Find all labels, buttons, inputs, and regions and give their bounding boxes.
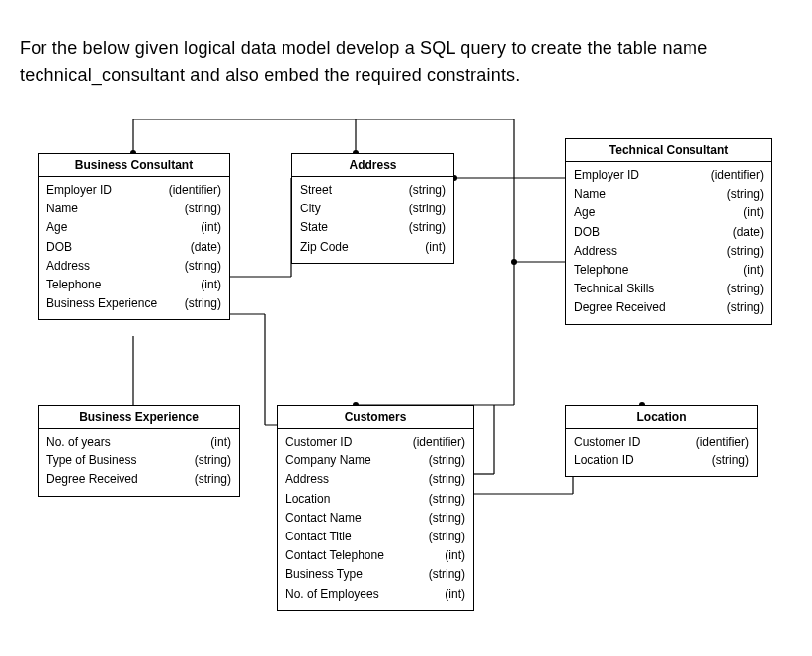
attr-name: Customer ID	[285, 433, 352, 451]
attr-type: (string)	[195, 451, 231, 470]
attr-row: State(string)	[300, 218, 446, 237]
attr-name: Zip Code	[300, 238, 349, 257]
attr-row: Company Name(string)	[285, 451, 465, 470]
attr-type: (identifier)	[696, 433, 749, 451]
svg-point-24	[511, 259, 517, 265]
attr-row: DOB(date)	[46, 238, 221, 257]
attr-name: Telephone	[574, 261, 628, 280]
attr-name: Age	[46, 218, 67, 237]
entity-attrs: No. of years(int) Type of Business(strin…	[39, 429, 239, 496]
attr-row: Contact Title(string)	[285, 528, 465, 546]
attr-row: Employer ID(identifier)	[574, 166, 764, 185]
attr-row: Contact Name(string)	[285, 509, 465, 528]
attr-name: Location ID	[574, 451, 634, 470]
attr-type: (string)	[429, 470, 465, 489]
entity-title: Technical Consultant	[566, 139, 771, 162]
attr-name: Contact Title	[285, 528, 352, 546]
attr-name: No. of years	[46, 433, 111, 451]
attr-row: No. of Employees(int)	[285, 585, 465, 604]
attr-row: Zip Code(int)	[300, 238, 446, 257]
attr-row: Employer ID(identifier)	[46, 181, 221, 200]
attr-name: Employer ID	[574, 166, 639, 185]
entity-customers: Customers Customer ID(identifier) Compan…	[277, 405, 474, 611]
entity-location: Location Customer ID(identifier) Locatio…	[565, 405, 758, 477]
attr-type: (int)	[743, 261, 764, 280]
attr-row: Address(string)	[46, 257, 221, 276]
entity-attrs: Employer ID(identifier) Name(string) Age…	[39, 177, 229, 319]
attr-row: Degree Received(string)	[574, 298, 764, 317]
question-prompt: For the below given logical data model d…	[20, 36, 792, 89]
attr-row: Customer ID(identifier)	[285, 433, 465, 451]
attr-name: City	[300, 200, 321, 218]
entity-title: Business Consultant	[39, 154, 229, 177]
attr-row: Address(string)	[285, 470, 465, 489]
attr-type: (string)	[727, 280, 764, 298]
attr-type: (string)	[409, 200, 446, 218]
attr-row: Telephone(int)	[46, 276, 221, 294]
entity-attrs: Employer ID(identifier) Name(string) Age…	[566, 162, 771, 324]
attr-type: (date)	[191, 238, 221, 257]
attr-type: (int)	[743, 204, 764, 222]
attr-type: (date)	[733, 223, 764, 242]
attr-row: Street(string)	[300, 181, 446, 200]
attr-row: Degree Received(string)	[46, 470, 231, 489]
attr-name: Business Experience	[46, 294, 157, 313]
attr-type: (string)	[409, 218, 446, 237]
attr-name: Name	[46, 200, 78, 218]
attr-row: City(string)	[300, 200, 446, 218]
attr-row: Business Type(string)	[285, 565, 465, 584]
attr-row: Type of Business(string)	[46, 451, 231, 470]
attr-name: Telephone	[46, 276, 101, 294]
attr-name: Street	[300, 181, 332, 200]
attr-type: (int)	[210, 433, 231, 451]
attr-row: Technical Skills(string)	[574, 280, 764, 298]
entity-attrs: Customer ID(identifier) Location ID(stri…	[566, 429, 757, 476]
attr-row: Address(string)	[574, 242, 764, 261]
attr-name: Customer ID	[574, 433, 640, 451]
attr-type: (identifier)	[169, 181, 221, 200]
entity-title: Customers	[278, 406, 473, 429]
attr-name: Address	[574, 242, 617, 261]
attr-type: (string)	[409, 181, 446, 200]
entity-business-experience: Business Experience No. of years(int) Ty…	[38, 405, 240, 497]
entity-attrs: Street(string) City(string) State(string…	[292, 177, 453, 263]
attr-row: DOB(date)	[574, 223, 764, 242]
entity-attrs: Customer ID(identifier) Company Name(str…	[278, 429, 473, 610]
attr-row: Name(string)	[574, 185, 764, 204]
attr-name: DOB	[46, 238, 72, 257]
attr-type: (string)	[185, 200, 221, 218]
attr-type: (identifier)	[413, 433, 465, 451]
attr-type: (int)	[201, 276, 221, 294]
attr-name: Address	[46, 257, 90, 276]
attr-name: Age	[574, 204, 595, 222]
attr-type: (string)	[727, 185, 764, 204]
attr-name: Employer ID	[46, 181, 112, 200]
attr-row: Telephone(int)	[574, 261, 764, 280]
attr-type: (string)	[727, 298, 764, 317]
attr-name: No. of Employees	[285, 585, 379, 604]
attr-name: Contact Telephone	[285, 546, 384, 565]
attr-type: (string)	[185, 294, 221, 313]
entity-address: Address Street(string) City(string) Stat…	[291, 153, 454, 264]
attr-name: Company Name	[285, 451, 371, 470]
attr-type: (string)	[185, 257, 221, 276]
attr-row: Location(string)	[285, 490, 465, 509]
attr-name: Business Type	[285, 565, 363, 584]
entity-business-consultant: Business Consultant Employer ID(identifi…	[38, 153, 230, 320]
attr-type: (string)	[727, 242, 764, 261]
attr-row: No. of years(int)	[46, 433, 231, 451]
attr-type: (string)	[429, 565, 465, 584]
attr-name: Degree Received	[46, 470, 138, 489]
attr-name: Address	[285, 470, 329, 489]
attr-type: (int)	[445, 585, 465, 604]
attr-type: (identifier)	[711, 166, 764, 185]
attr-name: DOB	[574, 223, 600, 242]
attr-name: State	[300, 218, 328, 237]
entity-title: Address	[292, 154, 453, 177]
attr-row: Business Experience(string)	[46, 294, 221, 313]
attr-row: Contact Telephone(int)	[285, 546, 465, 565]
attr-type: (int)	[201, 218, 221, 237]
attr-row: Name(string)	[46, 200, 221, 218]
attr-row: Customer ID(identifier)	[574, 433, 749, 451]
attr-row: Location ID(string)	[574, 451, 749, 470]
